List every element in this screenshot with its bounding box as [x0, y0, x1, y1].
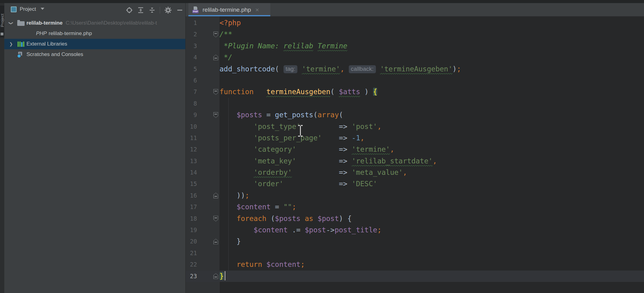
code-line-23[interactable]: 23} — [186, 271, 644, 282]
project-panel-header: Project — [4, 3, 185, 16]
line-number: 15 — [186, 178, 197, 190]
code-line-22[interactable]: 22 return $content; — [186, 259, 644, 270]
code-line-11[interactable]: 11 'posts_per_page' => -1, — [186, 132, 644, 144]
chevron-right-icon[interactable]: ❯ — [9, 42, 17, 46]
code-text: 'orderby' => 'meta_value', — [219, 167, 407, 178]
tree-item-relilab-termine[interactable]: ❯relilab-termineC:\Users\Daniel\Desktop\… — [4, 18, 185, 28]
code-line-15[interactable]: 15 'order' => 'DESC' — [186, 178, 644, 190]
tree-item-label: relilab-termine — [26, 20, 62, 26]
code-line-17[interactable]: 17 $content = ""; — [186, 201, 644, 213]
code-line-13[interactable]: 13 'meta_key' => 'relilab_startdate', — [186, 155, 644, 167]
line-number: 1 — [186, 17, 197, 29]
line-number: 23 — [186, 271, 197, 282]
code-line-2[interactable]: 2/** — [186, 29, 644, 40]
code-line-3[interactable]: 3 *Plugin Name: relilab Termine — [186, 40, 644, 52]
project-view-icon — [11, 6, 17, 12]
fold-end-icon[interactable] — [213, 54, 218, 60]
fold-column — [197, 271, 219, 282]
fold-column — [197, 109, 219, 121]
tree-item-scratches-and-consoles[interactable]: ❯Scratches and Consoles — [4, 49, 185, 60]
tree-item-label: External Libraries — [26, 41, 67, 47]
code-text: 'category' => 'termine', — [219, 144, 394, 155]
code-text: 'meta_key' => 'relilab_startdate', — [219, 155, 437, 167]
code-line-20[interactable]: 20 } — [186, 236, 644, 247]
tree-item-relilab-termine-php[interactable]: PHPrelilab-termine.php — [4, 28, 185, 39]
code-editor[interactable]: 1<?php2/**3 *Plugin Name: relilab Termin… — [186, 16, 644, 293]
line-number: 18 — [186, 213, 197, 224]
fold-column — [197, 201, 219, 213]
code-text: add_shortcode( tag: 'termine', callback:… — [219, 63, 461, 75]
fold-column — [197, 86, 219, 98]
code-text: function termineAusgeben( $atts ) { — [219, 86, 377, 98]
fold-start-icon[interactable] — [213, 112, 218, 118]
tab-title: relilab-termine.php — [203, 6, 251, 13]
code-line-4[interactable]: 4 */ — [186, 52, 644, 63]
expand-all-icon[interactable] — [137, 6, 144, 14]
code-text: */ — [219, 52, 232, 63]
code-line-18[interactable]: 18 foreach ($posts as $post) { — [186, 213, 644, 224]
code-line-21[interactable]: 21 — [186, 247, 644, 259]
php-file-icon: PHP — [36, 30, 47, 37]
ide-window: Project Project — [0, 0, 644, 293]
code-text: /** — [219, 29, 232, 40]
title-bar — [0, 0, 644, 3]
folder-icon — [17, 21, 25, 26]
chevron-down-icon[interactable]: ❯ — [9, 21, 17, 26]
close-icon[interactable]: × — [255, 6, 259, 13]
project-panel-title[interactable]: Project — [20, 6, 36, 12]
code-text: *Plugin Name: relilab Termine — [219, 40, 347, 52]
line-number: 16 — [186, 190, 197, 201]
code-text: } — [219, 236, 241, 247]
code-line-7[interactable]: 7function termineAusgeben( $atts ) { — [186, 86, 644, 98]
code-line-9[interactable]: 9 $posts = get_posts(array( — [186, 109, 644, 121]
fold-start-icon[interactable] — [213, 216, 218, 222]
fold-end-icon[interactable] — [213, 239, 218, 244]
tree-item-label: relilab-termine.php — [49, 30, 92, 37]
code-text: 'order' => 'DESC' — [219, 178, 377, 190]
text-caret — [225, 271, 225, 280]
code-line-14[interactable]: 14 'orderby' => 'meta_value', — [186, 167, 644, 178]
fold-start-icon[interactable] — [213, 31, 218, 37]
code-line-10[interactable]: 10 'post_type' => 'post', — [186, 121, 644, 132]
code-line-1[interactable]: 1<?php — [186, 17, 644, 29]
line-number: 6 — [186, 75, 197, 86]
code-text: $posts = get_posts(array( — [219, 109, 343, 121]
project-panel: Project ❯relilab — [4, 3, 186, 293]
code-text: <?php — [219, 17, 241, 29]
settings-icon[interactable] — [164, 6, 172, 14]
code-line-5[interactable]: 5add_shortcode( tag: 'termine', callback… — [186, 63, 644, 75]
fold-column — [197, 178, 219, 190]
code-line-6[interactable]: 6 — [186, 75, 644, 86]
tree-item-external-libraries[interactable]: ❯External Libraries — [4, 39, 185, 49]
fold-column — [197, 132, 219, 144]
code-text: )); — [219, 190, 249, 201]
code-line-12[interactable]: 12 'category' => 'termine', — [186, 144, 644, 155]
fold-column — [197, 40, 219, 52]
code-line-16[interactable]: 16 )); — [186, 190, 644, 201]
collapse-all-icon[interactable] — [148, 6, 156, 14]
fold-end-icon[interactable] — [213, 193, 218, 199]
code-text: 'posts_per_page' => -1, — [219, 132, 364, 144]
fold-end-icon[interactable] — [213, 273, 218, 279]
line-number: 11 — [186, 132, 197, 144]
fold-column — [197, 155, 219, 167]
scratches-icon: ❯ — [17, 52, 25, 58]
locate-icon[interactable] — [126, 6, 133, 14]
chevron-down-icon[interactable] — [41, 8, 44, 10]
fold-column — [197, 144, 219, 155]
tool-window-stripe: Project — [0, 3, 4, 293]
line-number: 20 — [186, 236, 197, 247]
hide-panel-icon[interactable] — [176, 6, 183, 14]
fold-column — [197, 98, 219, 109]
fold-column — [197, 75, 219, 86]
code-line-8[interactable]: 8 — [186, 98, 644, 109]
fold-start-icon[interactable] — [213, 89, 218, 95]
line-number: 17 — [186, 201, 197, 213]
fold-column — [197, 29, 219, 40]
project-stripe-button[interactable]: Project — [0, 6, 4, 38]
external-libraries-icon — [17, 42, 25, 47]
line-number: 4 — [186, 52, 197, 63]
code-line-19[interactable]: 19 $content .= $post->post_title; — [186, 224, 644, 236]
editor-tab-bar: PHP relilab-termine.php × — [186, 3, 644, 16]
tab-relilab-termine-php[interactable]: PHP relilab-termine.php × — [188, 3, 270, 16]
